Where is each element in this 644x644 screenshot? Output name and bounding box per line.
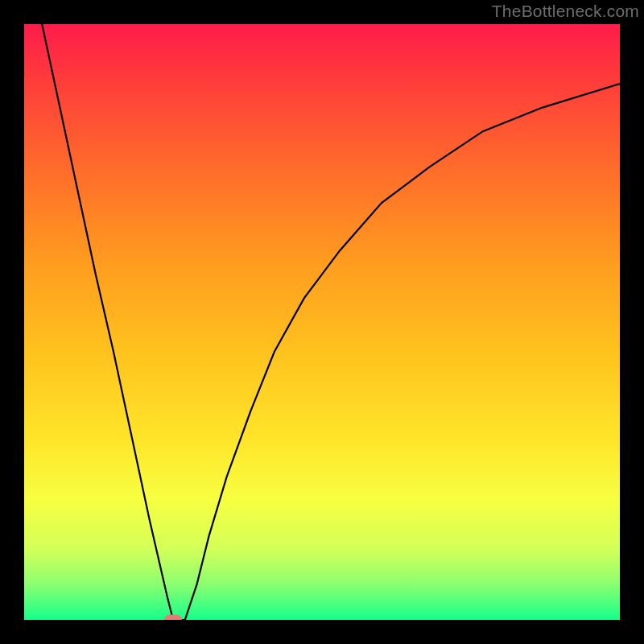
- watermark-text: TheBottleneck.com: [492, 2, 639, 21]
- optimal-point-marker: [164, 615, 182, 621]
- chart-frame: TheBottleneck.com: [0, 0, 644, 644]
- gradient-background: [24, 24, 620, 620]
- chart-svg: [24, 24, 620, 620]
- plot-area: [24, 24, 620, 620]
